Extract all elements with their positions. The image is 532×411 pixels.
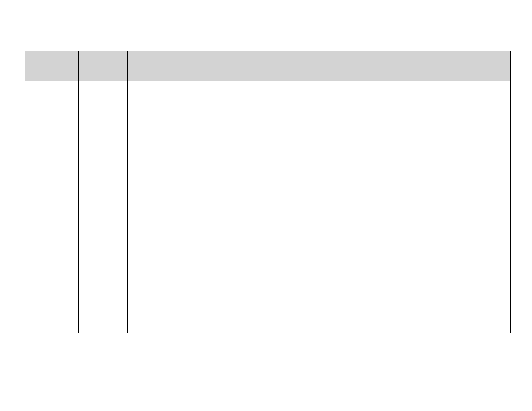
table-cell xyxy=(173,81,334,134)
table-header-cell xyxy=(78,51,127,81)
table-header-cell xyxy=(127,51,173,81)
table-cell xyxy=(173,134,334,333)
table-row xyxy=(25,81,511,134)
table-cell xyxy=(78,134,127,333)
table-cell xyxy=(127,134,173,333)
table-cell xyxy=(417,134,511,333)
table-cell xyxy=(78,81,127,134)
data-table xyxy=(25,51,511,333)
table-header-cell xyxy=(377,51,417,81)
table-row xyxy=(25,134,511,333)
table-cell xyxy=(127,81,173,134)
table-cell xyxy=(334,134,377,333)
table-container xyxy=(25,51,511,333)
table-cell xyxy=(417,81,511,134)
table-header-cell xyxy=(25,51,79,81)
table-cell xyxy=(25,81,79,134)
table-header-cell xyxy=(334,51,377,81)
table-header-cell xyxy=(417,51,511,81)
table-cell xyxy=(25,134,79,333)
footer-divider xyxy=(52,367,482,367)
table-cell xyxy=(334,81,377,134)
table-cell xyxy=(377,81,417,134)
table-cell xyxy=(377,134,417,333)
table-header-row xyxy=(25,51,511,81)
table-header-cell xyxy=(173,51,334,81)
